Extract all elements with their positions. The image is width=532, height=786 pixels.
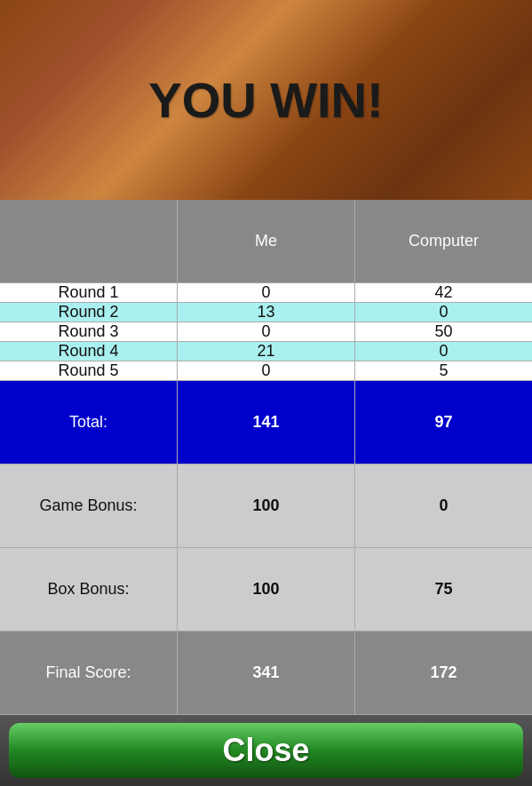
total-computer: 97 [355, 381, 532, 464]
round-row-2: Round 2 13 0 [0, 303, 532, 322]
final-score-label: Final Score: [0, 631, 178, 714]
box-bonus-row: Box Bonus: 100 75 [0, 548, 532, 631]
total-row: Total: 141 97 [0, 381, 532, 464]
table-header-row: Me Computer [0, 200, 532, 283]
round-label-2: Round 2 [0, 303, 178, 322]
header-section: YOU WIN! [0, 0, 532, 200]
round-computer-2: 0 [355, 303, 532, 322]
total-me: 141 [178, 381, 355, 464]
box-bonus-label: Box Bonus: [0, 548, 178, 631]
round-computer-3: 50 [355, 322, 532, 341]
close-button-container: Close [0, 715, 532, 786]
round-me-1: 0 [178, 283, 355, 302]
round-row-5: Round 5 0 5 [0, 361, 532, 381]
round-computer-1: 42 [355, 283, 532, 302]
game-bonus-me: 100 [178, 464, 355, 547]
score-table: Me Computer Round 1 0 42 Round 2 13 0 Ro… [0, 200, 532, 715]
final-score-computer: 172 [355, 631, 532, 714]
box-bonus-computer: 75 [355, 548, 532, 631]
final-score-row: Final Score: 341 172 [0, 631, 532, 715]
round-row-4: Round 4 21 0 [0, 342, 532, 361]
round-label-3: Round 3 [0, 322, 178, 341]
rounds-container: Round 1 0 42 Round 2 13 0 Round 3 0 50 R… [0, 283, 532, 381]
header-computer-col: Computer [355, 200, 532, 282]
round-computer-4: 0 [355, 342, 532, 361]
round-me-3: 0 [178, 322, 355, 341]
round-me-4: 21 [178, 342, 355, 361]
win-title: YOU WIN! [148, 71, 383, 129]
game-bonus-label: Game Bonus: [0, 464, 178, 547]
game-bonus-computer: 0 [355, 464, 532, 547]
game-bonus-row: Game Bonus: 100 0 [0, 464, 532, 548]
box-bonus-me: 100 [178, 548, 355, 631]
header-me-col: Me [178, 200, 355, 282]
round-me-5: 0 [178, 361, 355, 380]
round-me-2: 13 [178, 303, 355, 322]
round-computer-5: 5 [355, 361, 532, 380]
round-label-1: Round 1 [0, 283, 178, 302]
final-score-me: 341 [178, 631, 355, 714]
round-row-3: Round 3 0 50 [0, 322, 532, 342]
total-label: Total: [0, 381, 178, 464]
header-label-col [0, 200, 178, 282]
round-row-1: Round 1 0 42 [0, 283, 532, 303]
round-label-4: Round 4 [0, 342, 178, 361]
round-label-5: Round 5 [0, 361, 178, 380]
close-button[interactable]: Close [9, 723, 523, 778]
